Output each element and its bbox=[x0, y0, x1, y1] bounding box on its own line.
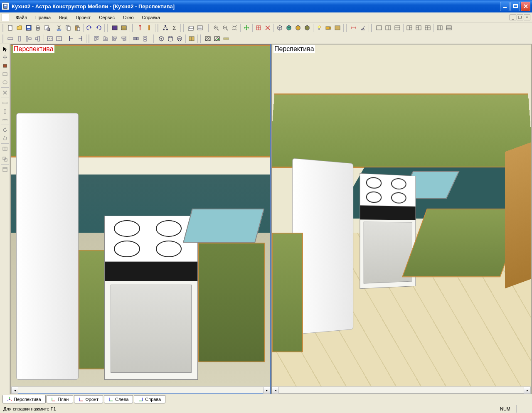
view-tab-left[interactable]: Слева bbox=[104, 395, 133, 403]
pan-button[interactable] bbox=[242, 23, 251, 32]
material-lib-button[interactable] bbox=[333, 23, 342, 32]
redo-button[interactable] bbox=[94, 23, 103, 32]
box-button[interactable] bbox=[157, 34, 166, 43]
scroll-left-button[interactable]: ◂ bbox=[272, 387, 279, 394]
paste-button[interactable] bbox=[73, 23, 82, 32]
scroll-right-button[interactable]: ▸ bbox=[263, 387, 270, 394]
light-button[interactable] bbox=[315, 23, 324, 32]
delete-tool-button[interactable] bbox=[0, 88, 10, 97]
open-file-button[interactable] bbox=[15, 23, 24, 32]
shaded-button[interactable] bbox=[284, 23, 293, 32]
menu-edit[interactable]: Правка bbox=[31, 14, 55, 21]
scroll-right-button[interactable]: ▸ bbox=[524, 387, 531, 394]
window-1-button[interactable] bbox=[374, 23, 384, 32]
fastener-2-button[interactable] bbox=[145, 23, 154, 32]
render-button[interactable] bbox=[303, 23, 312, 32]
orbit-ccw-button[interactable] bbox=[0, 126, 10, 134]
material-button[interactable] bbox=[110, 23, 119, 32]
toolbar-grip-icon[interactable] bbox=[2, 24, 5, 32]
group-button[interactable] bbox=[0, 155, 10, 163]
menu-project[interactable]: Проект bbox=[71, 14, 95, 21]
split-v-button[interactable] bbox=[54, 34, 64, 43]
toolbar-grip-icon[interactable] bbox=[371, 24, 374, 32]
panel-v-button[interactable] bbox=[15, 34, 24, 43]
align-right-button[interactable] bbox=[119, 34, 128, 43]
mdi-minimize-button[interactable]: _ bbox=[510, 15, 516, 20]
distribute-h-button[interactable] bbox=[131, 34, 140, 43]
mdi-app-icon[interactable] bbox=[2, 14, 9, 21]
zoom-out-button[interactable] bbox=[221, 23, 230, 32]
new-file-button[interactable] bbox=[6, 23, 15, 32]
toolbar-grip-icon[interactable] bbox=[153, 34, 156, 43]
zoom-in-button[interactable] bbox=[212, 23, 221, 32]
layer-list-button[interactable] bbox=[195, 23, 204, 32]
ruler-button[interactable] bbox=[222, 34, 231, 43]
snap-grid-button[interactable] bbox=[254, 23, 263, 32]
dimension-button[interactable] bbox=[349, 23, 358, 32]
viewport-left[interactable]: Перспектива bbox=[11, 44, 271, 394]
rect-tool-button[interactable] bbox=[0, 70, 10, 78]
align-bottom-button[interactable] bbox=[101, 34, 110, 43]
toolbar-grip-icon[interactable] bbox=[89, 34, 91, 43]
view-tab-front[interactable]: Фронт bbox=[74, 395, 103, 403]
window-minimize-button[interactable] bbox=[500, 2, 510, 11]
hatch-1-button[interactable] bbox=[203, 34, 212, 43]
view-tab-plan[interactable]: План bbox=[47, 395, 74, 403]
texture-view-button[interactable] bbox=[293, 23, 303, 32]
hierarchy-button[interactable] bbox=[161, 23, 170, 32]
dim-h-button[interactable] bbox=[0, 99, 10, 107]
view-tab-right[interactable]: Справа bbox=[134, 395, 165, 403]
panel-join-button[interactable] bbox=[33, 34, 42, 43]
print-preview-button[interactable] bbox=[42, 23, 52, 32]
texture-button[interactable] bbox=[119, 23, 128, 32]
camera-button[interactable] bbox=[324, 23, 333, 32]
panel-h-button[interactable] bbox=[6, 34, 15, 43]
select-tool-button[interactable] bbox=[0, 45, 10, 53]
panel-combo-button[interactable] bbox=[24, 34, 33, 43]
align-top-button[interactable] bbox=[92, 34, 101, 43]
dim-v-button[interactable] bbox=[0, 107, 10, 116]
circle-tool-button[interactable] bbox=[0, 78, 10, 86]
window-5b-button[interactable] bbox=[444, 23, 453, 32]
align-left-button[interactable] bbox=[110, 34, 119, 43]
toolbar-grip-icon[interactable] bbox=[132, 24, 135, 32]
sum-button[interactable]: Σ bbox=[170, 23, 179, 32]
object-list-button[interactable] bbox=[175, 34, 184, 43]
window-3b-button[interactable] bbox=[414, 23, 423, 32]
toolbar-grip-icon[interactable] bbox=[208, 24, 211, 32]
snap-cross-button[interactable] bbox=[263, 23, 272, 32]
toolbar-grip-icon[interactable] bbox=[2, 34, 5, 43]
wireframe-button[interactable] bbox=[275, 23, 284, 32]
orbit-cw-button[interactable] bbox=[0, 134, 10, 143]
part-lib-button[interactable] bbox=[187, 34, 196, 43]
cylinder-button[interactable] bbox=[166, 34, 175, 43]
layer-button[interactable] bbox=[186, 23, 195, 32]
window-2h-button[interactable] bbox=[384, 23, 393, 32]
window-5a-button[interactable] bbox=[435, 23, 444, 32]
dim-chain-button[interactable] bbox=[0, 116, 10, 124]
toolbar-grip-icon[interactable] bbox=[346, 24, 348, 32]
copy-button[interactable] bbox=[64, 23, 73, 32]
viewport-left-scrollbar[interactable]: ◂ ▸ bbox=[11, 386, 270, 393]
toolbar-grip-icon[interactable] bbox=[107, 24, 109, 32]
toolbar-grip-icon[interactable] bbox=[200, 34, 202, 43]
toolbar-grip-icon[interactable] bbox=[158, 24, 160, 32]
window-close-button[interactable] bbox=[521, 2, 530, 11]
edge-right-button[interactable] bbox=[76, 34, 85, 43]
window-split-button[interactable] bbox=[0, 145, 10, 153]
split-h-button[interactable] bbox=[45, 34, 54, 43]
window-maximize-button[interactable] bbox=[510, 2, 520, 11]
window-2v-button[interactable] bbox=[393, 23, 402, 32]
menu-view[interactable]: Вид bbox=[55, 14, 71, 21]
save-button[interactable] bbox=[24, 23, 33, 32]
rotate-tool-button[interactable] bbox=[0, 61, 10, 70]
viewport-right[interactable]: Перспектива bbox=[271, 44, 531, 394]
window-4-button[interactable] bbox=[423, 23, 432, 32]
mdi-restore-button[interactable]: ❐ bbox=[517, 15, 523, 20]
view-tab-perspective[interactable]: Перспектива bbox=[2, 395, 46, 403]
scroll-left-button[interactable]: ◂ bbox=[11, 387, 18, 394]
angle-dim-button[interactable] bbox=[358, 23, 367, 32]
viewport-right-scrollbar[interactable]: ◂ ▸ bbox=[272, 386, 531, 393]
hatch-2-button[interactable] bbox=[212, 34, 222, 43]
fastener-1-button[interactable] bbox=[135, 23, 145, 32]
